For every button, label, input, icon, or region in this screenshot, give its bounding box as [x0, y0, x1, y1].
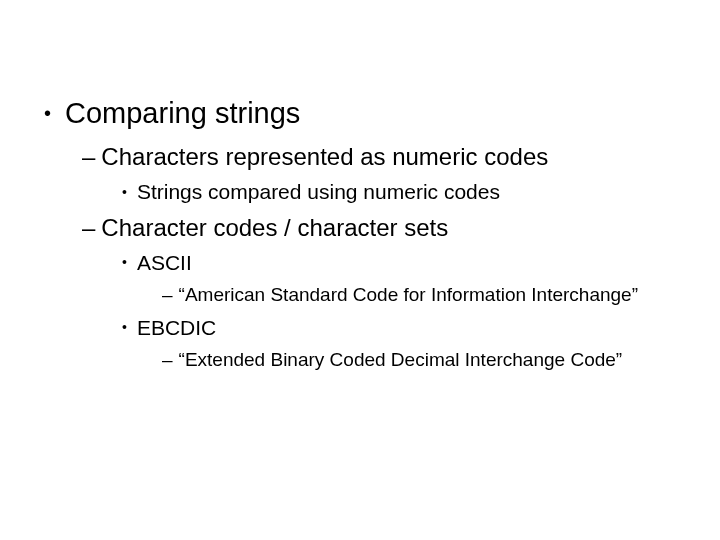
dash-icon: – [162, 349, 173, 370]
level4-group: –“American Standard Code for Information… [122, 282, 720, 308]
level3-text: EBCDIC [137, 316, 216, 339]
level4-text: “Extended Binary Coded Decimal Interchan… [179, 349, 623, 370]
level2-group: –Characters represented as numeric codes… [44, 141, 720, 373]
bullet-disc-icon: • [44, 101, 51, 126]
level4-text: “American Standard Code for Information … [179, 284, 638, 305]
level3-item: •EBCDIC [122, 314, 720, 341]
level2-text: Character codes / character sets [101, 214, 448, 241]
level3-text: Strings compared using numeric codes [137, 180, 500, 203]
level4-item: –“American Standard Code for Information… [162, 282, 720, 308]
slide-heading-item: •Comparing strings [44, 95, 720, 131]
level3-item: •ASCII [122, 249, 720, 276]
level3-group: •ASCII –“American Standard Code for Info… [82, 249, 720, 373]
level3-text: ASCII [137, 251, 192, 274]
dash-icon: – [82, 143, 95, 170]
level3-item: •Strings compared using numeric codes [122, 178, 720, 205]
level2-item: –Character codes / character sets [82, 212, 720, 243]
dash-icon: – [162, 284, 173, 305]
level4-group: –“Extended Binary Coded Decimal Intercha… [122, 347, 720, 373]
slide-heading-text: Comparing strings [65, 97, 300, 129]
bullet-disc-icon: • [122, 183, 127, 201]
level2-item: –Characters represented as numeric codes [82, 141, 720, 172]
level2-text: Characters represented as numeric codes [101, 143, 548, 170]
bullet-disc-icon: • [122, 253, 127, 271]
level4-item: –“Extended Binary Coded Decimal Intercha… [162, 347, 720, 373]
dash-icon: – [82, 214, 95, 241]
bullet-disc-icon: • [122, 318, 127, 336]
level3-group: •Strings compared using numeric codes [82, 178, 720, 205]
